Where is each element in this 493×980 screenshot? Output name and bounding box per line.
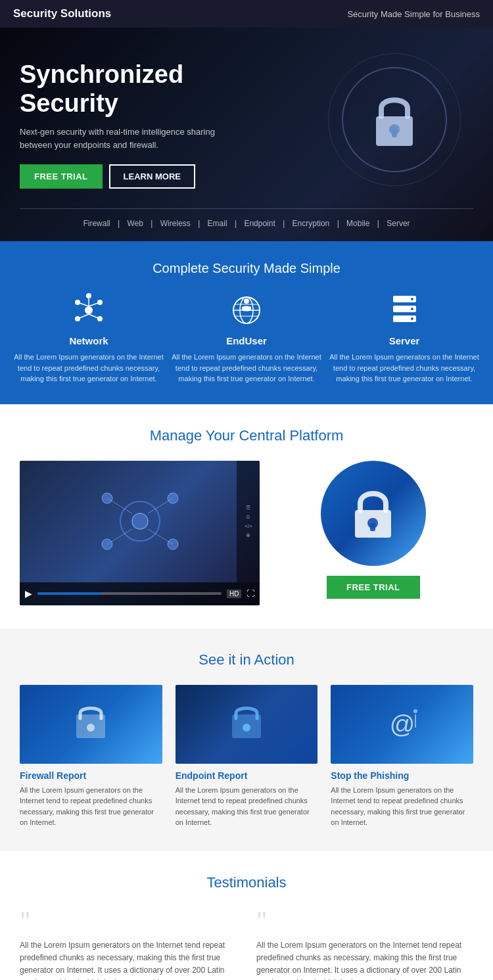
hd-badge: HD [227,590,241,598]
feature-enduser-title: EndUser [171,335,322,346]
actions-grid: Firewall Report All the Lorem Ipsum gene… [20,685,473,828]
feature-network: Network All the Lorem Ipsum generators o… [13,292,164,385]
hero-lock-graphic [335,54,454,185]
svg-point-24 [411,308,413,310]
actions-section: See it in Action Firewall Report All the… [0,628,493,851]
svg-point-25 [411,317,413,320]
firewall-desc: All the Lorem Ipsum generators on the In… [20,785,162,828]
feature-enduser-desc: All the Lorem Ipsum generators on the In… [171,352,322,385]
video-graphic [74,472,206,571]
endpoint-desc: All the Lorem Ipsum generators on the In… [176,785,318,828]
hero-buttons: FREE TRIAL LEARN MORE [20,164,283,189]
firewall-graphic [71,701,110,747]
svg-point-42 [243,724,250,732]
platform-right: FREE TRIAL [273,461,473,599]
testimonial-john: " All the Lorem Ipsum generators on the … [20,908,237,980]
svg-point-8 [86,293,91,298]
testimonial-sarah: " All the Lorem Ipsum generators on the … [256,908,473,980]
video-player: ☰ ⊙ </> ⊕ ▶ HD ⛶ [20,461,260,605]
nav-wireless[interactable]: Wireless [160,219,191,228]
nav-encryption[interactable]: Encryption [293,219,330,228]
platform-lock-icon [348,484,398,543]
svg-point-23 [411,298,413,300]
site-header: Security Solutions Security Made Simple … [0,0,493,28]
svg-point-1 [389,124,400,135]
testimonial-text-1: All the Lorem Ipsum generators on the In… [20,939,237,980]
feature-enduser: EndUser All the Lorem Ipsum generators o… [171,292,322,385]
testimonials-section: Testimonials " All the Lorem Ipsum gener… [0,851,493,980]
video-side-panel: ☰ ⊙ </> ⊕ [237,461,260,582]
features-section: Complete Security Made Simple Ne [0,241,493,404]
phishing-desc: All the Lorem Ipsum generators on the In… [331,785,473,828]
lock-icon [368,89,421,151]
nav-endpoint[interactable]: Endpoint [244,219,275,228]
hero-nav: Firewall | Web | Wireless | Email | Endp… [20,208,473,228]
hero-content: Synchronized Security Next-gen security … [20,60,283,189]
endpoint-graphic [227,701,266,747]
phishing-title: Stop the Phishing [331,770,473,781]
network-icon [71,292,107,329]
svg-line-11 [78,314,89,319]
svg-text:@: @ [389,711,415,738]
feature-server-desc: All the Lorem Ipsum generators on the In… [329,352,480,385]
fullscreen-button[interactable]: ⛶ [246,589,254,598]
panel-item-4: ⊕ [246,532,250,538]
endpoint-image [176,685,318,764]
quote-mark-1: " [20,908,237,934]
enduser-icon [229,292,265,329]
feature-server: Server All the Lorem Ipsum generators on… [329,292,480,385]
testimonials-grid: " All the Lorem Ipsum generators on the … [20,908,473,980]
platform-title: Manage Your Central Platform [20,427,473,444]
free-trial-button[interactable]: FREE TRIAL [20,164,103,189]
firewall-title: Firewall Report [20,770,162,781]
svg-point-33 [168,493,178,503]
lock-hex-graphic [321,461,426,566]
feature-server-title: Server [329,335,480,346]
svg-point-3 [85,306,93,314]
nav-mobile[interactable]: Mobile [346,219,369,228]
site-logo: Security Solutions [13,7,111,20]
feature-network-desc: All the Lorem Ipsum generators on the In… [13,352,164,385]
hero-description: Next-gen security with real-time intelli… [20,126,230,151]
nav-email[interactable]: Email [208,219,227,228]
features-title: Complete Security Made Simple [13,261,480,276]
nav-server[interactable]: Server [387,219,410,228]
firewall-image [20,685,162,764]
platform-trial-button[interactable]: FREE TRIAL [327,576,420,599]
nav-web[interactable]: Web [128,219,143,228]
svg-point-19 [244,298,249,304]
video-content [20,461,260,582]
action-phishing: @ Stop the Phishing All the Lorem Ipsum … [331,685,473,828]
panel-item-3: </> [245,523,252,529]
feature-network-title: Network [13,335,164,346]
panel-item-1: ☰ [246,505,250,511]
learn-more-button[interactable]: LEARN MORE [109,164,195,189]
phishing-graphic: @ [379,701,425,747]
server-icon [390,292,419,329]
endpoint-title: Endpoint Report [176,770,318,781]
svg-point-32 [102,493,112,503]
progress-bar[interactable] [37,592,222,595]
svg-point-34 [102,539,112,549]
play-button[interactable]: ▶ [25,588,32,599]
panel-item-2: ⊙ [246,514,250,520]
svg-point-27 [132,513,148,529]
action-endpoint: Endpoint Report All the Lorem Ipsum gene… [176,685,318,828]
testimonials-title: Testimonials [20,874,473,891]
svg-point-45 [413,709,417,713]
lock-circle [342,67,447,172]
svg-rect-0 [376,116,413,146]
svg-rect-2 [392,129,397,137]
quote-mark-2: " [256,908,473,934]
hero-title: Synchronized Security [20,60,283,118]
actions-title: See it in Action [20,651,473,668]
nav-firewall[interactable]: Firewall [83,219,110,228]
svg-rect-38 [370,523,375,531]
header-tagline: Security Made Simple for Business [347,9,480,19]
platform-section: Manage Your Central Platform ☰ [0,404,493,628]
platform-grid: ☰ ⊙ </> ⊕ ▶ HD ⛶ [20,461,473,605]
features-grid: Network All the Lorem Ipsum generators o… [13,292,480,385]
svg-point-40 [87,724,95,732]
video-controls: ▶ HD ⛶ [20,582,260,605]
testimonial-text-2: All the Lorem Ipsum generators on the In… [256,939,473,980]
